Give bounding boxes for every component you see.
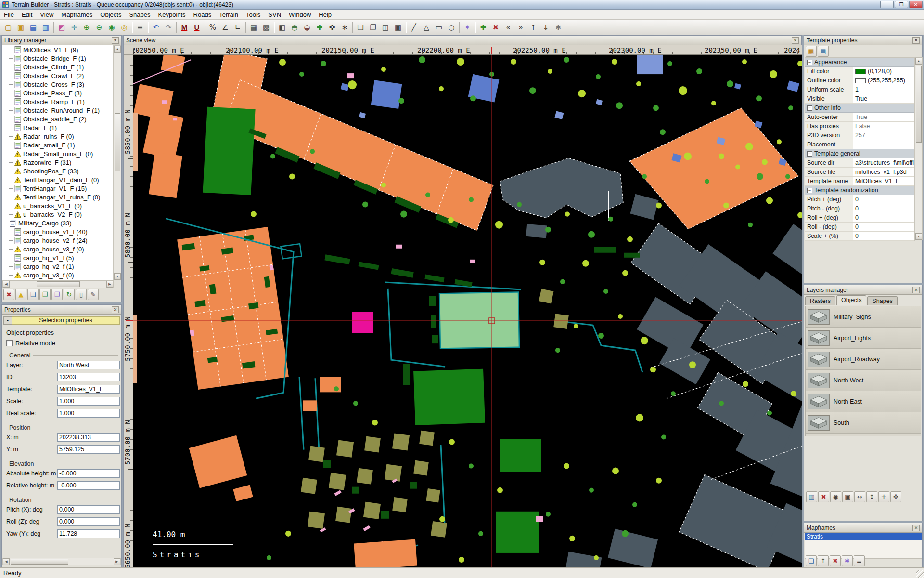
library-item[interactable]: u_barracks_V2_F (0) — [2, 210, 113, 219]
library-item[interactable]: Radar_F (1) — [2, 123, 113, 132]
menu-tools[interactable]: Tools — [242, 10, 264, 19]
mapframe-list-icon[interactable]: ≡ — [854, 555, 865, 566]
menu-file[interactable]: File — [0, 10, 18, 19]
template-property-row[interactable]: Placement — [805, 140, 914, 149]
library-item[interactable]: Military_Cargo (33) — [2, 219, 113, 227]
id-input[interactable] — [57, 373, 120, 381]
library-item[interactable]: ShootingPos_F (33) — [2, 167, 113, 175]
menu-view[interactable]: View — [36, 10, 57, 19]
collapse-icon[interactable]: − — [807, 188, 812, 193]
template-property-row[interactable]: Template nameMilOffices_V1_F — [805, 177, 914, 186]
layer-row[interactable]: South — [806, 412, 921, 434]
layer-input[interactable] — [57, 361, 120, 369]
relative-height-m-input[interactable] — [57, 481, 120, 490]
template-input[interactable] — [57, 385, 120, 394]
library-item[interactable]: cargo_hq_v3_f (0) — [2, 271, 113, 279]
library-horizontal-scrollbar[interactable]: ◀ ▶ — [2, 280, 114, 288]
library-item[interactable]: Obstacle_RunAround_F (1) — [2, 106, 113, 115]
library-item[interactable]: Obstacle_Climb_F (1) — [2, 63, 113, 71]
scroll-left-icon[interactable]: ◀ — [3, 558, 10, 565]
layer-row[interactable]: North East — [806, 391, 921, 412]
categorized-view-icon[interactable]: ▤ — [818, 46, 829, 57]
close-button[interactable]: ✕ — [909, 1, 923, 8]
library-item[interactable]: TentHangar_V1_dam_F (0) — [2, 175, 113, 184]
measure-units-icon[interactable]: U — [191, 21, 203, 34]
fill-tool-icon[interactable]: ✦ — [461, 21, 474, 34]
layer-row[interactable]: Airport_Lights — [806, 328, 921, 349]
snap-tool-icon[interactable]: ∟ — [231, 21, 244, 34]
vertex-add-icon[interactable]: ✚ — [313, 21, 326, 34]
library-item[interactable]: cargo_house_v1_f (40) — [2, 227, 113, 236]
template-vertical-scrollbar[interactable]: ▲ ▼ — [915, 57, 923, 240]
template-property-row[interactable]: Source filemiloffices_v1_f.p3d — [805, 168, 914, 177]
scale-input[interactable] — [57, 397, 120, 406]
object-mode-icon[interactable]: ◧ — [276, 21, 288, 34]
scroll-up-icon[interactable]: ▲ — [114, 46, 121, 53]
draw-polygon-icon[interactable]: △ — [420, 21, 433, 34]
draw-line-icon[interactable]: ╱ — [408, 21, 420, 34]
collapse-button[interactable]: - — [3, 316, 12, 325]
menu-shapes[interactable]: Shapes — [125, 10, 154, 19]
close-icon[interactable]: ✕ — [912, 525, 920, 531]
node-next-icon[interactable]: » — [514, 21, 527, 34]
node-prev-icon[interactable]: « — [502, 21, 514, 34]
node-delete-icon[interactable]: ✖ — [489, 21, 502, 34]
property-group-header[interactable]: −Other info — [805, 104, 914, 113]
menu-help[interactable]: Help — [315, 10, 335, 19]
new-library-icon[interactable]: ❏ — [27, 289, 38, 300]
scrollbar-thumb[interactable] — [37, 281, 80, 287]
property-group-header[interactable]: −Template randomization — [805, 186, 914, 195]
template-property-row[interactable]: VisibleTrue — [805, 94, 914, 104]
library-item[interactable]: cargo_house_v2_f (24) — [2, 236, 113, 245]
move-up-icon[interactable]: ↔ — [854, 491, 865, 502]
surface-lower-icon[interactable]: ◒ — [301, 21, 313, 34]
library-item[interactable]: Obstacle_Pass_F (3) — [2, 89, 113, 97]
x-m-input[interactable] — [57, 433, 120, 442]
scrollbar-thumb[interactable] — [115, 113, 120, 171]
scrollbar-thumb[interactable] — [916, 66, 922, 143]
zoom-selection-icon[interactable]: ◉ — [105, 21, 118, 34]
library-item[interactable]: Radar_ruins_F (0) — [2, 132, 113, 141]
scroll-right-icon[interactable]: ▶ — [114, 558, 120, 565]
template-property-row[interactable]: Source dira3\structures_f\mil\offi — [805, 158, 914, 168]
minimize-button[interactable]: – — [880, 1, 894, 8]
shortcut-keys-icon[interactable]: ≡ — [134, 21, 146, 34]
save-icon[interactable]: ▤ — [27, 21, 39, 34]
properties-horizontal-scrollbar[interactable]: ◀ ▶ — [2, 558, 121, 565]
menu-keypoints[interactable]: Keypoints — [154, 10, 190, 19]
property-group-header[interactable]: −Template general — [805, 149, 914, 158]
library-item[interactable]: Razorwire_F (31) — [2, 158, 113, 167]
library-item[interactable]: cargo_hq_v1_f (5) — [2, 253, 113, 262]
template-property-row[interactable]: Roll + (deg)0 — [805, 213, 914, 223]
node-add-icon[interactable]: ✚ — [477, 21, 489, 34]
template-property-row[interactable]: Pitch + (deg)0 — [805, 195, 914, 204]
add-mapframe-icon[interactable]: ❏ — [806, 555, 817, 566]
rebuild-terrain-icon[interactable]: ✱ — [552, 21, 565, 34]
close-icon[interactable]: ✕ — [112, 306, 119, 313]
collapse-icon[interactable]: − — [807, 151, 812, 157]
tab-objects[interactable]: Objects — [836, 295, 866, 305]
draw-circle-icon[interactable]: ○ — [445, 21, 458, 34]
close-icon[interactable]: ✕ — [912, 287, 920, 293]
remove-missing-icon[interactable]: ✖ — [3, 289, 14, 300]
export-wrp-icon[interactable]: ↑ — [527, 21, 539, 34]
layer-row[interactable]: Military_Signs — [806, 306, 921, 328]
zoom-extents-icon[interactable]: ◎ — [118, 21, 130, 34]
library-item[interactable]: MilOffices_V1_F (9) — [2, 45, 113, 54]
template-property-row[interactable]: Auto-centerTrue — [805, 113, 914, 122]
select-region-icon[interactable]: ◩ — [55, 21, 68, 34]
library-item[interactable]: cargo_hq_v2_f (1) — [2, 262, 113, 271]
open-project-icon[interactable]: ▣ — [14, 21, 27, 34]
points-grid-icon[interactable]: ∗ — [338, 21, 351, 34]
refresh-library-icon[interactable]: ↻ — [64, 289, 75, 300]
save-all-icon[interactable]: ▥ — [39, 21, 52, 34]
activate-mapframe-icon[interactable]: ↑ — [818, 555, 829, 566]
show-layer-icon[interactable]: ◉ — [830, 491, 841, 502]
tab-rasters[interactable]: Rasters — [805, 296, 835, 305]
template-property-row[interactable]: Has proxiesFalse — [805, 122, 914, 131]
library-vertical-scrollbar[interactable]: ▲ ▼ — [114, 45, 121, 280]
show-warnings-icon[interactable]: ▲ — [15, 289, 26, 300]
title-bar[interactable]: Terrain Builder - Stratis : Stratis - Qu… — [0, 0, 924, 10]
library-item[interactable]: TentHangar_V1_F (15) — [2, 184, 113, 193]
menu-edit[interactable]: Edit — [18, 10, 36, 19]
